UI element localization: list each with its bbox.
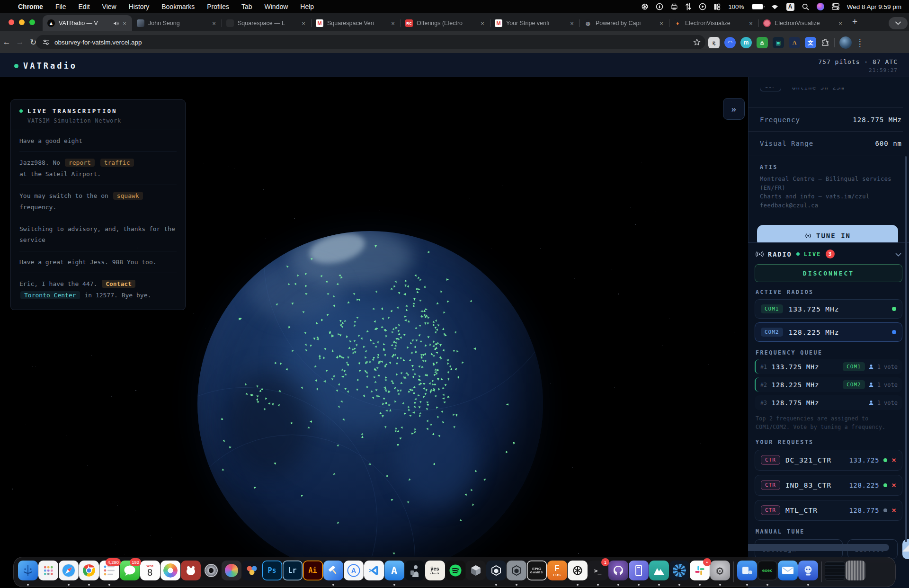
dock-item-reminders[interactable]: 4,290 [99, 557, 119, 587]
queue-row-2[interactable]: #2128.225 MHzCOM21 vote [755, 377, 902, 392]
chrome-menu-icon[interactable]: ⋮⋮ [856, 40, 863, 45]
dock-item-mail[interactable] [777, 557, 798, 587]
dock-item-kindle[interactable] [404, 557, 425, 587]
disconnect-button[interactable]: DISCONNECT [755, 264, 902, 282]
tab-close-icon[interactable]: × [837, 20, 844, 27]
remove-request-button[interactable]: × [891, 507, 896, 514]
window-zoom-button[interactable] [29, 19, 35, 25]
dock-item-davinci-resolve[interactable] [241, 557, 262, 587]
dock-item-device-sim[interactable] [628, 557, 649, 587]
dock-item-trash[interactable] [845, 557, 865, 587]
browser-tab-2[interactable]: John Seong× [132, 15, 222, 31]
tab-close-icon[interactable]: × [210, 20, 218, 27]
active-radio-com2[interactable]: COM2128.225 MHz [755, 322, 902, 342]
extension-cam-icon[interactable]: ▣ [773, 37, 784, 48]
tab-close-icon[interactable]: × [121, 20, 128, 27]
browser-tab-4[interactable]: MSquarespace Veri× [311, 15, 401, 31]
siri-icon[interactable] [817, 3, 824, 10]
dock-item-calendar[interactable]: Wed8 [140, 557, 160, 587]
dock-item-chatgpt[interactable] [567, 557, 588, 587]
chatgpt-icon[interactable] [641, 3, 649, 10]
request-row-mtl_ctr[interactable]: CTRMTL_CTR128.775× [755, 500, 902, 521]
dock-item-safari[interactable] [58, 557, 79, 587]
tab-close-icon[interactable]: × [300, 20, 307, 27]
dock-item-screens-app[interactable] [737, 557, 757, 587]
horizontal-scrollbar[interactable] [748, 544, 889, 551]
tune-in-button[interactable]: TUNE IN [757, 225, 898, 242]
dock-item-assistant[interactable] [798, 557, 818, 587]
dock-item-illustrator[interactable]: Ai [303, 557, 323, 587]
dock-item-bear[interactable] [180, 557, 201, 587]
columns-icon[interactable] [713, 3, 721, 10]
menu-item-edit[interactable]: Edit [78, 3, 89, 10]
request-row-ind_83_ctr[interactable]: CTRIND_83_CTR128.225× [755, 475, 902, 496]
dock-item-finder[interactable] [18, 557, 38, 587]
window-close-button[interactable] [9, 19, 14, 25]
dock-item-final-cut[interactable] [221, 557, 241, 587]
dock-item-vscode[interactable] [364, 557, 384, 587]
menu-item-bookmarks[interactable]: Bookmarks [161, 3, 195, 10]
address-bar[interactable]: obsurvey-for-vatsim.vercel.app [36, 35, 705, 49]
site-settings-icon[interactable] [43, 39, 50, 46]
collapse-chevron-icon[interactable] [895, 250, 901, 258]
dock-item-wheel-app[interactable] [669, 557, 689, 587]
window-minimize-button[interactable] [19, 19, 25, 25]
tab-close-icon[interactable]: × [389, 20, 397, 27]
dock-item-photos[interactable] [160, 557, 180, 587]
wifi-icon[interactable] [771, 4, 779, 10]
tab-close-icon[interactable]: × [479, 20, 486, 27]
menu-item-tab[interactable]: Tab [241, 3, 252, 10]
tab-audio-icon[interactable] [113, 21, 119, 26]
dock-item-spotify[interactable] [445, 557, 465, 587]
dock-item-yes-clock[interactable]: ÿesclock [425, 557, 445, 587]
dock-item-exec[interactable]: exec [757, 557, 777, 587]
dock-item-messages[interactable]: 192 [119, 557, 140, 587]
browser-tab-7[interactable]: ◍Powered by Capi× [579, 15, 669, 31]
dock-item-lightroom[interactable]: Lr [282, 557, 303, 587]
new-tab-button[interactable]: + [852, 17, 857, 27]
request-row-dc_321_ctr[interactable]: CTRDC_321_CTR133.725× [755, 450, 902, 471]
dock-item-slack[interactable]: • [689, 557, 710, 587]
collapse-sidebar-button[interactable]: » [723, 98, 745, 120]
dock-item-github[interactable] [608, 557, 628, 587]
menu-item-view[interactable]: View [102, 3, 116, 10]
browser-tab-9[interactable]: ElectronVisualize× [758, 15, 848, 31]
extension-m-icon[interactable]: m [740, 37, 752, 48]
menu-item-file[interactable]: File [55, 3, 66, 10]
menubar-clock[interactable]: Wed 8 Apr 9:59 pm [847, 3, 901, 10]
extension-r-icon[interactable]: ꭆ [708, 37, 720, 48]
control-center-icon[interactable] [832, 3, 839, 10]
browser-tab-6[interactable]: MYour Stripe verifi× [490, 15, 579, 31]
browser-tab-1[interactable]: ▲VATRadio — V× [43, 15, 132, 31]
input-source-icon[interactable]: A [786, 3, 794, 11]
extensions-puzzle-icon[interactable] [821, 38, 829, 47]
menu-item-help[interactable]: Help [300, 3, 314, 10]
vertical-scrollbar[interactable] [905, 156, 907, 542]
dock-item-disc-player[interactable] [201, 557, 221, 587]
play-icon[interactable] [699, 3, 706, 10]
spotlight-search-icon[interactable] [802, 3, 809, 10]
queue-row-1[interactable]: #1133.725 MHzCOM11 vote [755, 359, 902, 374]
extension-arc-icon[interactable]: ◠ [724, 37, 736, 48]
translate-icon[interactable]: 文 [805, 37, 816, 48]
browser-tab-8[interactable]: ♦ElectronVisualize× [669, 15, 758, 31]
profile-avatar[interactable] [839, 36, 852, 49]
dock-item-hammer-app[interactable] [323, 557, 343, 587]
dock-item-blockbench[interactable] [465, 557, 486, 587]
printer-icon[interactable] [670, 3, 678, 10]
browser-tab-5[interactable]: RCOfferings (Electro× [401, 15, 490, 31]
dock-item-photoshop[interactable]: Ps [262, 557, 282, 587]
tab-close-icon[interactable]: × [568, 20, 576, 27]
forward-button[interactable]: → [13, 37, 27, 47]
dock-item-launchpad[interactable] [38, 557, 58, 587]
remove-request-button[interactable]: × [891, 481, 896, 489]
menu-item-profiles[interactable]: Profiles [207, 3, 229, 10]
menu-item-chrome[interactable]: Chrome [18, 3, 43, 10]
dock-item-terminal[interactable]: >_1 [588, 557, 608, 587]
tab-search-button[interactable] [889, 17, 908, 29]
back-button[interactable]: ← [0, 37, 13, 47]
dock-item-nordvpn[interactable] [649, 557, 669, 587]
dock-item-chrome[interactable] [79, 557, 99, 587]
active-radio-com1[interactable]: COM1133.725 MHz [755, 299, 902, 319]
dock-item-unity-hub[interactable] [486, 557, 506, 587]
